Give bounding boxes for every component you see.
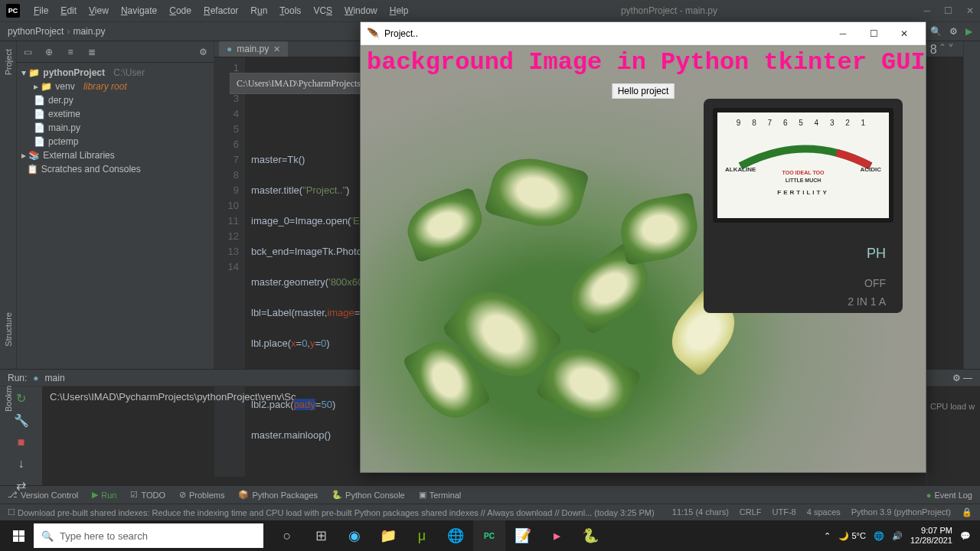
tree-file[interactable]: 📄 der.py — [21, 93, 209, 107]
tree-scratches[interactable]: 📋 Scratches and Consoles — [21, 162, 209, 176]
warning-count: 8 — [930, 43, 937, 56]
tray-chevron-icon[interactable]: ⌃ — [824, 531, 831, 541]
menu-edit[interactable]: Edit — [54, 5, 83, 16]
menu-navigate[interactable]: Navigate — [115, 5, 163, 16]
search-placeholder: Type here to search — [60, 530, 148, 542]
notepad-icon[interactable]: 📝 — [507, 520, 539, 551]
status-bar: ☐ Download pre-built shared indexes: Red… — [0, 504, 980, 520]
project-view-icon[interactable]: ▭ — [21, 46, 34, 58]
weather-icon[interactable]: 🌙 5°C — [838, 531, 866, 541]
tk-titlebar[interactable]: 🪶 Project.. ─ ☐ ✕ — [361, 22, 926, 45]
windows-taskbar: 🔍 Type here to search ○ ⊞ ◉ 📁 μ 🌐 PC 📝 ▸… — [0, 520, 980, 551]
menu-refactor[interactable]: Refactor — [198, 5, 244, 16]
right-tool-strip — [963, 41, 980, 386]
soil-meter: 9 8 7 6 5 4 3 2 1 ALKALINE ACIDIC TOO ID… — [704, 99, 903, 313]
status-message[interactable]: Download pre-built shared indexes: Reduc… — [18, 508, 655, 517]
tree-root[interactable]: ▾ 📁 pythonProject C:\User — [21, 66, 209, 80]
structure-tool-button[interactable]: Structure — [4, 312, 13, 347]
line-ending[interactable]: CRLF — [740, 507, 762, 517]
tk-minimize-icon[interactable]: ─ — [828, 23, 858, 44]
tab-todo[interactable]: ☑ TODO — [130, 490, 165, 500]
panel-settings-icon[interactable]: ⚙ — [197, 46, 209, 58]
rerun-icon[interactable]: ↻ — [16, 391, 26, 406]
network-icon[interactable]: 🌐 — [874, 531, 884, 541]
ide-minimize-icon[interactable]: ─ — [923, 5, 930, 16]
volume-icon[interactable]: 🔊 — [892, 531, 903, 541]
breadcrumb-file[interactable]: main.py — [73, 26, 105, 37]
edge-icon[interactable]: ◉ — [338, 520, 371, 551]
tk-body: background Image in Python tkinter GUI H… — [361, 45, 926, 472]
menu-run[interactable]: Run — [244, 5, 273, 16]
run-config-name: main — [45, 373, 65, 383]
lock-icon[interactable]: 🔒 — [962, 507, 972, 517]
tree-file[interactable]: 📄 exetime — [21, 107, 209, 121]
menu-window[interactable]: Window — [338, 5, 384, 16]
app-icon[interactable]: ▸ — [541, 520, 573, 551]
chrome-icon[interactable]: 🌐 — [439, 520, 472, 551]
start-button[interactable] — [3, 520, 34, 551]
clock[interactable]: 9:07 PM 12/28/2021 — [910, 526, 952, 546]
editor-tab-main[interactable]: ● main.py ✕ — [219, 41, 288, 57]
task-view-icon[interactable]: ⊞ — [305, 520, 337, 551]
tab-run[interactable]: ▶ Run — [92, 490, 116, 500]
tab-console[interactable]: 🐍 Python Console — [332, 490, 405, 500]
pycharm-logo-icon: PC — [6, 4, 20, 18]
notifications-icon[interactable]: 💬 — [960, 531, 971, 541]
run-settings-icon[interactable]: ⚙ — — [952, 373, 972, 383]
menu-file[interactable]: File — [28, 5, 54, 16]
tree-venv[interactable]: ▸ 📁 venv library root — [21, 80, 209, 93]
window-title: pythonProject - main.py — [414, 5, 923, 16]
status-msg-icon[interactable]: ☐ — [8, 507, 15, 517]
indent[interactable]: 4 spaces — [807, 507, 841, 517]
ide-maximize-icon[interactable]: ☐ — [944, 5, 952, 16]
tk-close-icon[interactable]: ✕ — [889, 23, 920, 44]
run-icon[interactable]: ▶ — [965, 26, 972, 37]
cursor-position: 11:15 (4 chars) — [672, 507, 729, 517]
tab-packages[interactable]: 📦 Python Packages — [238, 490, 318, 500]
python-icon[interactable]: 🐍 — [574, 520, 606, 551]
menu-view[interactable]: View — [83, 5, 115, 16]
run-tool-icon[interactable]: 🔧 — [14, 413, 29, 428]
expand-icon[interactable]: ≡ — [64, 46, 77, 58]
menu-code[interactable]: Code — [163, 5, 198, 16]
tab-close-icon[interactable]: ✕ — [273, 44, 280, 54]
left-tool-strip: Project Structure Bookmarks — [0, 41, 17, 386]
project-tool-button[interactable]: Project — [4, 49, 13, 75]
search-icon[interactable]: 🔍 — [930, 26, 942, 37]
stop-icon[interactable]: ■ — [18, 435, 25, 449]
taskbar-search[interactable]: 🔍 Type here to search — [34, 523, 263, 548]
tab-terminal[interactable]: ▣ Terminal — [419, 490, 462, 500]
ide-titlebar: PC File Edit View Navigate Code Refactor… — [0, 0, 980, 21]
encoding[interactable]: UTF-8 — [773, 507, 796, 517]
tk-hello-label: Hello project — [612, 83, 675, 99]
tab-vcs[interactable]: ⎇ Version Control — [8, 490, 78, 500]
breadcrumb-project[interactable]: pythonProject — [8, 26, 64, 37]
event-log[interactable]: ● Event Log — [926, 491, 972, 500]
tab-problems[interactable]: ⊘ Problems — [179, 490, 224, 500]
down-icon[interactable]: ↓ — [18, 457, 24, 471]
interpreter[interactable]: Python 3.9 (pythonProject) — [851, 507, 951, 517]
tkinter-window[interactable]: 🪶 Project.. ─ ☐ ✕ background Image in Py… — [360, 21, 926, 473]
ide-close-icon[interactable]: ✕ — [966, 5, 974, 16]
menu-help[interactable]: Help — [384, 5, 415, 16]
settings-icon[interactable]: ⚙ — [949, 26, 958, 37]
cortana-icon[interactable]: ○ — [271, 520, 303, 551]
tk-maximize-icon[interactable]: ☐ — [858, 23, 889, 44]
tab-label: main.py — [237, 44, 269, 54]
tree-ext-libs[interactable]: ▸ 📚 External Libraries — [21, 148, 209, 162]
explorer-icon[interactable]: 📁 — [372, 520, 404, 551]
tree-file[interactable]: 📄 main.py — [21, 121, 209, 135]
tk-window-title: Project.. — [384, 28, 418, 39]
utorrent-icon[interactable]: μ — [406, 520, 438, 551]
pycharm-taskbar-icon[interactable]: PC — [473, 520, 505, 551]
search-icon: 🔍 — [41, 530, 54, 542]
bottom-tool-tabs: ⎇ Version Control ▶ Run ☑ TODO ⊘ Problem… — [0, 485, 980, 504]
run-label: Run: — [8, 373, 27, 383]
menu-tools[interactable]: Tools — [273, 5, 307, 16]
tk-feather-icon: 🪶 — [367, 28, 380, 40]
locate-icon[interactable]: ⊕ — [43, 46, 55, 58]
menu-vcs[interactable]: VCS — [307, 5, 338, 16]
collapse-icon[interactable]: ≣ — [86, 46, 98, 58]
tree-file[interactable]: 📄 pctemp — [21, 135, 209, 148]
tk-heading: background Image in Python tkinter GUI — [367, 48, 926, 77]
